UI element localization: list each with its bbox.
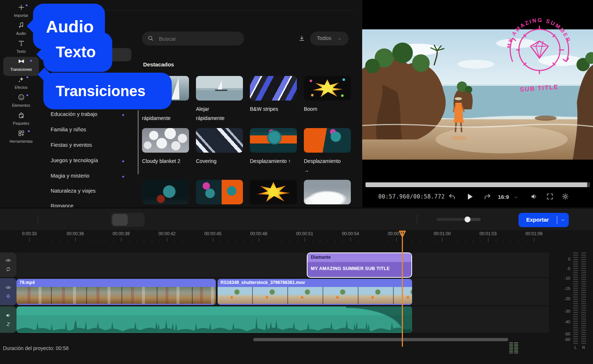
- category-magia[interactable]: Magia y misterio: [51, 173, 124, 179]
- zoom-slider-thumb[interactable]: [465, 216, 470, 222]
- sidebar-item-paquetes[interactable]: Paquetes: [0, 112, 42, 125]
- chevron-down-icon[interactable]: [560, 218, 565, 223]
- library-panel: Importar Audio Texto Transiciones Efecto…: [0, 0, 362, 207]
- category-juegos[interactable]: Juegos y tecnología: [51, 157, 124, 163]
- meter-label: -30: [548, 309, 570, 313]
- playhead-marker[interactable]: [398, 230, 407, 238]
- mini-meter-gap: [513, 342, 514, 353]
- callout-transiciones-label: Transiciones: [56, 83, 146, 99]
- eye-icon[interactable]: [6, 258, 11, 263]
- export-button-divider: [557, 216, 557, 224]
- export-button[interactable]: Exportar: [519, 213, 569, 227]
- sidebar-item-herramientas[interactable]: Herramientas: [0, 130, 42, 143]
- new-badge-dot: [122, 176, 124, 178]
- new-badge-dot: [30, 60, 32, 62]
- title-track-band[interactable]: [17, 252, 549, 277]
- volume-icon[interactable]: [530, 193, 538, 200]
- ruler-label: 00:00:48: [242, 231, 275, 236]
- category-scrollbar[interactable]: [138, 110, 139, 174]
- sidebar-item-label: Paquetes: [0, 121, 42, 125]
- smiley-icon: [18, 94, 25, 101]
- ruler-ticks[interactable]: [17, 238, 549, 242]
- transition-thumb-row3-1[interactable]: [142, 180, 189, 204]
- title-clip-name: Diamante: [308, 253, 411, 262]
- timeline-scrollbar[interactable]: [253, 338, 508, 341]
- transition-label: Boom: [304, 106, 317, 112]
- chevron-down-icon[interactable]: [513, 195, 519, 200]
- ruler-label: 00:00:57: [380, 231, 413, 236]
- transition-thumb-row3-3[interactable]: [250, 180, 297, 204]
- motion-fx-icon[interactable]: [6, 294, 11, 299]
- play-icon[interactable]: [465, 192, 474, 201]
- aspect-ratio-dropdown[interactable]: 16:9: [498, 194, 509, 200]
- ruler-label: 00:00:54: [334, 231, 367, 236]
- search-bar[interactable]: [142, 32, 244, 46]
- chevron-down-icon: [337, 37, 342, 41]
- transition-thumb-covering[interactable]: [196, 128, 243, 153]
- aspect-ratio-label: 16:9: [498, 194, 509, 200]
- timeline-zoom-slider[interactable]: [437, 218, 481, 221]
- transition-thumb-alejar[interactable]: [196, 76, 243, 101]
- transition-thumb-bw-stripes[interactable]: [250, 76, 297, 101]
- new-badge-dot: [26, 94, 28, 96]
- category-romance[interactable]: Romance: [51, 203, 124, 207]
- mini-meter-icon: [509, 342, 518, 353]
- sidebar-item-elementos[interactable]: Elementos: [0, 94, 42, 108]
- playhead-line[interactable]: [402, 231, 403, 347]
- meter-label: -40: [548, 320, 570, 324]
- plus-icon: [18, 4, 25, 11]
- tools-grid-icon: [18, 130, 25, 137]
- meter-label: 0: [548, 257, 570, 261]
- fullscreen-icon[interactable]: [546, 193, 554, 200]
- step-forward-icon[interactable]: [483, 193, 491, 201]
- new-badge-dot: [122, 160, 124, 162]
- new-badge-dot: [122, 114, 124, 116]
- sidebar-item-efectos[interactable]: Efectos: [0, 76, 42, 90]
- title-clip[interactable]: Diamante MY AMAZING SUMMER SUB TITLE: [307, 252, 412, 278]
- video-clip-2-name: RS16349_shutterstock_3796786361.mov: [218, 279, 412, 287]
- svg-text:MY AMAZING SUMMER: MY AMAZING SUMMER: [506, 17, 572, 49]
- transition-thumb-desplazamiento-right[interactable]: [304, 128, 351, 153]
- transition-thumb-desplazamiento-up[interactable]: [250, 128, 297, 153]
- meter-label: -15: [548, 286, 570, 291]
- pointer-tool-active-pill: [112, 214, 128, 226]
- ruler-label: 00:01:06: [517, 231, 550, 236]
- audio-clip[interactable]: [17, 306, 412, 333]
- ruler-label: 00:00:51: [288, 231, 321, 236]
- toolbar-divider: [417, 215, 417, 224]
- video-clip-1[interactable]: 79.mp4: [17, 279, 216, 305]
- unlink-icon[interactable]: [6, 321, 11, 327]
- search-input[interactable]: [158, 33, 239, 44]
- sync-link-icon[interactable]: [6, 266, 11, 272]
- video-clip-2[interactable]: RS16349_shutterstock_3796786361.mov: [218, 279, 412, 305]
- settings-gear-icon[interactable]: [561, 193, 569, 200]
- sidebar-item-label: Herramientas: [0, 139, 42, 143]
- audio-meter-left: [573, 252, 578, 344]
- meter-label: -5: [548, 266, 570, 271]
- step-back-icon[interactable]: [448, 193, 456, 201]
- eye-icon[interactable]: [6, 285, 11, 290]
- transition-thumb-boom[interactable]: [304, 76, 351, 101]
- transition-thumb-row3-2[interactable]: [196, 180, 243, 204]
- category-educacion[interactable]: Educación y trabajo: [51, 111, 124, 117]
- sparkle-icon: [18, 76, 25, 83]
- audio-meter-right: [581, 252, 586, 344]
- new-badge-dot: [26, 4, 28, 6]
- speaker-icon[interactable]: [6, 313, 11, 318]
- toolbar-divider: [38, 215, 38, 224]
- transition-label: Desplazamiento ↑: [250, 158, 291, 164]
- preview-progress-bar[interactable]: [365, 182, 590, 187]
- music-note-icon: [18, 22, 25, 29]
- preview-timecode: 00:57.960/00:58.772: [378, 193, 445, 200]
- category-naturaleza[interactable]: Naturaleza y viajes: [51, 188, 124, 194]
- sidebar-item-transiciones[interactable]: Transiciones: [0, 58, 42, 72]
- transition-label: Alejar: [196, 106, 209, 112]
- transition-label: →: [304, 167, 309, 173]
- transition-thumb-cloudy-blanket[interactable]: [142, 128, 189, 153]
- category-familia[interactable]: Familia y niños: [51, 127, 124, 132]
- title-clip-text: MY AMAZING SUMMER SUB TITLE: [311, 266, 411, 271]
- category-fiestas[interactable]: Fiestas y eventos: [51, 142, 124, 148]
- transition-thumb-row3-4[interactable]: [304, 180, 351, 204]
- filter-dropdown[interactable]: Todos: [310, 32, 349, 46]
- download-icon[interactable]: [298, 35, 305, 42]
